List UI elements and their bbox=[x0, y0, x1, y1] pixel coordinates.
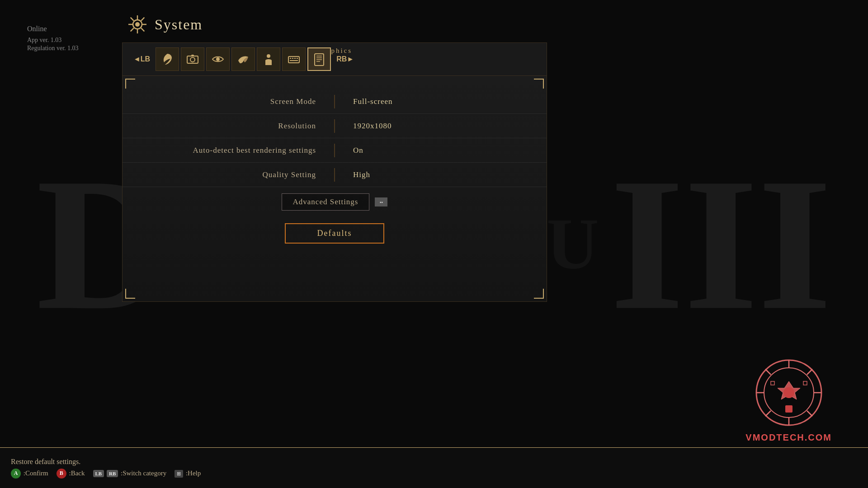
advanced-settings-row: Advanced Settings ▪▪ bbox=[123, 189, 547, 215]
setting-value-quality: High bbox=[335, 170, 519, 179]
setting-row-quality[interactable]: Quality Setting High bbox=[123, 163, 547, 187]
svg-rect-19 bbox=[297, 58, 298, 59]
control-confirm: A :Confirm bbox=[11, 469, 48, 479]
system-icon bbox=[127, 14, 148, 35]
vmodtech-text: VMODTECH.COM bbox=[745, 432, 832, 443]
btn-b: B bbox=[57, 469, 66, 479]
defaults-button[interactable]: Defaults bbox=[285, 223, 384, 244]
svg-line-33 bbox=[807, 411, 812, 416]
bottom-controls: A :Confirm B :Back LB RB :Switch categor… bbox=[11, 469, 857, 479]
bg-letter-iii: III bbox=[610, 135, 832, 353]
btn-screen: ⊞ bbox=[175, 470, 183, 478]
setting-label-resolution: Resolution bbox=[150, 122, 334, 131]
main-panel: System Graphics ◄LB bbox=[122, 14, 547, 302]
svg-line-8 bbox=[131, 28, 134, 31]
setting-row-autodetect[interactable]: Auto-detect best rendering settings On bbox=[123, 138, 547, 163]
svg-rect-38 bbox=[785, 405, 793, 413]
svg-rect-39 bbox=[771, 381, 774, 385]
vmodtech-circle-icon bbox=[753, 357, 825, 429]
tab-nav-left[interactable]: ◄LB bbox=[130, 53, 154, 65]
tab-icon-2[interactable] bbox=[181, 47, 204, 71]
svg-point-12 bbox=[216, 57, 220, 61]
setting-label-screen-mode: Screen Mode bbox=[150, 97, 334, 106]
svg-line-35 bbox=[765, 411, 771, 416]
tab-icon-5[interactable] bbox=[257, 47, 280, 71]
setting-label-autodetect: Auto-detect best rendering settings bbox=[150, 146, 334, 155]
svg-rect-17 bbox=[292, 58, 293, 59]
svg-point-9 bbox=[135, 22, 140, 27]
corner-br bbox=[534, 289, 544, 299]
setting-value-autodetect: On bbox=[335, 146, 519, 155]
top-left-info: Online App ver. 1.03 Regulation ver. 1.0… bbox=[27, 25, 79, 52]
svg-point-13 bbox=[267, 54, 270, 58]
control-switch: LB RB :Switch category bbox=[93, 469, 167, 477]
svg-line-6 bbox=[141, 28, 144, 31]
bottom-hint: Restore default settings. bbox=[11, 458, 857, 466]
app-version: App ver. 1.03 bbox=[27, 37, 79, 44]
advanced-settings-label: Advanced Settings bbox=[293, 197, 359, 206]
online-status: Online bbox=[27, 25, 79, 33]
vmodtech-watermark: VMODTECH.COM bbox=[745, 357, 832, 443]
help-label: :Help bbox=[186, 469, 201, 477]
back-label: :Back bbox=[69, 469, 85, 476]
tab-nav-right[interactable]: RB► bbox=[333, 53, 358, 65]
system-title: System bbox=[155, 16, 203, 33]
svg-rect-15 bbox=[288, 56, 299, 63]
setting-row-screen-mode[interactable]: Screen Mode Full-screen bbox=[123, 89, 547, 114]
svg-line-7 bbox=[141, 18, 144, 21]
confirm-label: :Confirm bbox=[24, 469, 48, 476]
svg-rect-40 bbox=[803, 381, 807, 385]
tab-icon-3[interactable] bbox=[206, 47, 230, 71]
svg-rect-16 bbox=[290, 58, 291, 59]
svg-rect-20 bbox=[290, 60, 298, 61]
svg-line-5 bbox=[131, 18, 134, 21]
svg-line-34 bbox=[807, 369, 812, 375]
svg-rect-18 bbox=[294, 58, 296, 59]
bottom-bar: Restore default settings. A :Confirm B :… bbox=[0, 447, 868, 488]
advanced-settings-button[interactable]: Advanced Settings bbox=[282, 193, 370, 211]
corner-bl bbox=[125, 289, 135, 299]
defaults-row: Defaults bbox=[123, 219, 547, 248]
setting-row-resolution[interactable]: Resolution 868x488 bbox=[123, 114, 547, 138]
control-help: ⊞ :Help bbox=[175, 469, 201, 478]
btn-rb: RB bbox=[107, 470, 118, 477]
corner-tr bbox=[534, 79, 544, 89]
advanced-icon: ▪▪ bbox=[375, 197, 387, 206]
setting-value-screen-mode: Full-screen bbox=[335, 97, 519, 106]
switch-label: :Switch category bbox=[121, 469, 166, 477]
settings-panel: Screen Mode Full-screen Resolution 1920x… bbox=[122, 76, 547, 302]
svg-line-32 bbox=[765, 369, 771, 375]
tab-icon-7[interactable] bbox=[307, 47, 331, 71]
tab-icon-6[interactable] bbox=[282, 47, 306, 71]
svg-point-11 bbox=[190, 57, 195, 62]
tab-icon-1[interactable] bbox=[156, 47, 179, 71]
tab-icon-4[interactable] bbox=[231, 47, 255, 71]
tab-area: Graphics ◄LB bbox=[122, 42, 547, 76]
system-header: System bbox=[122, 14, 547, 35]
control-back: B :Back bbox=[57, 469, 85, 479]
setting-label-quality: Quality Setting bbox=[150, 170, 334, 179]
svg-point-37 bbox=[783, 387, 794, 398]
corner-tl bbox=[125, 79, 135, 89]
btn-lb: LB bbox=[93, 470, 104, 477]
btn-a: A bbox=[11, 469, 21, 479]
setting-value-resolution: 868x488 bbox=[335, 122, 519, 131]
reg-version: Regulation ver. 1.03 bbox=[27, 45, 79, 52]
